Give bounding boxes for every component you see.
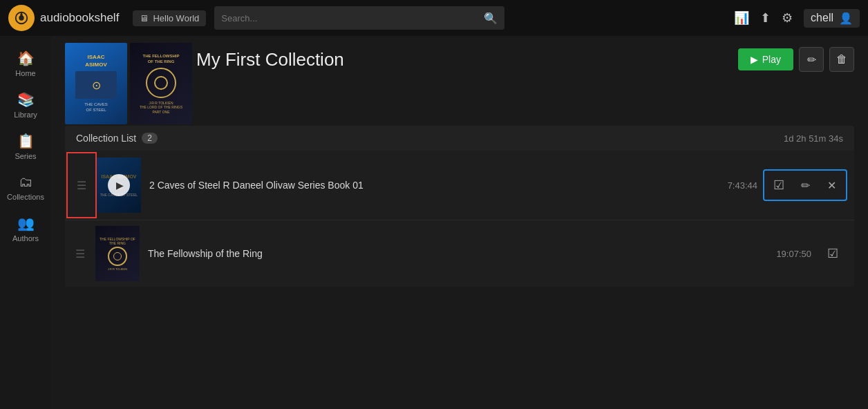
book-duration-1: 7:43:44 [695,180,757,191]
collection-actions: ▶ Play ✏ 🗑 [738,47,854,72]
edit-button[interactable]: ✏ [799,47,824,72]
play-icon: ▶ [751,54,758,65]
table-row: ☰ ISAAC ASIMOV ⊙ THE CAVES OF STEEL ▶ [65,151,854,220]
book-cover-asimov: ISAAC ASIMOV ⊙ THE CAVESOF STEEL [65,43,127,124]
book-title-1: 2 Caves of Steel R Daneel Olivaw Series … [149,180,364,191]
search-icon: 🔍 [484,12,498,25]
topbar: audiobookshelf 🖥 Hello World 🔍 📊 ⬆ ⚙ che… [0,0,868,36]
logo-icon [8,5,35,31]
series-icon: 📋 [17,133,35,149]
content-area: ISAAC ASIMOV ⊙ THE CAVESOF STEEL THE FEL… [51,36,868,409]
sidebar-label-authors: Authors [12,234,39,242]
user-icon: 👤 [839,12,853,25]
cl-title-area: Collection List 2 [76,133,158,144]
drag-handle-2[interactable]: ☰ [65,220,95,287]
sidebar: 🏠 Home 📚 Library 📋 Series 🗂 Collections … [0,36,51,409]
book-row-actions-1: ☑ ✏ ✕ [763,169,847,201]
cl-total-duration: 1d 2h 51m 34s [784,133,843,144]
sidebar-item-home[interactable]: 🏠 Home [0,43,51,84]
topbar-right: 📊 ⬆ ⚙ chell 👤 [734,9,860,28]
library-icon: 📚 [17,91,35,108]
menu-icon-2: ☰ [75,247,85,260]
book-thumb-1[interactable]: ISAAC ASIMOV ⊙ THE CAVES OF STEEL ▶ [97,158,141,213]
delete-button[interactable]: 🗑 [829,47,854,72]
book-duration-2: 19:07:50 [749,249,811,259]
book-cover-tolkien: THE FELLOWSHIPOF THE RING J·R·R TOLKIENT… [130,43,192,124]
stats-button[interactable]: 📊 [734,10,749,26]
remove-book-button-1[interactable]: ✕ [818,172,845,198]
sidebar-label-series: Series [15,152,36,160]
home-icon: 🏠 [17,50,35,66]
collection-body: Collection List 2 1d 2h 51m 34s ☰ ISAAC … [51,126,868,409]
settings-button[interactable]: ⚙ [782,10,793,26]
close-icon-1: ✕ [827,179,836,192]
sidebar-item-series[interactable]: 📋 Series [0,126,51,167]
cl-label: Collection List [76,133,136,144]
sidebar-label-collections: Collections [7,193,44,201]
play-overlay-1[interactable]: ▶ [97,158,141,213]
library-selector[interactable]: 🖥 Hello World [133,10,206,26]
sidebar-item-authors[interactable]: 👥 Authors [0,208,51,249]
edit-icon-1: ✏ [801,179,810,192]
sidebar-label-library: Library [14,111,37,119]
main-layout: 🏠 Home 📚 Library 📋 Series 🗂 Collections … [0,36,868,409]
collections-icon: 🗂 [19,174,32,190]
collection-list-header: Collection List 2 1d 2h 51m 34s [65,126,854,151]
cl-count-badge: 2 [142,133,158,144]
menu-icon-1: ☰ [77,179,86,192]
logo-area[interactable]: audiobookshelf [8,5,119,31]
book-row-actions-2: ☑ [820,240,846,267]
table-row: ☰ THE FELLOWSHIP OF THE RING J·R·R TOLKI… [65,220,854,287]
collection-title: My First Collection [196,49,344,70]
search-bar[interactable]: 🔍 [214,6,504,30]
sidebar-label-home: Home [15,69,35,77]
user-menu[interactable]: chell 👤 [804,9,860,28]
play-button[interactable]: ▶ Play [738,48,793,70]
sidebar-item-library[interactable]: 📚 Library [0,84,51,126]
book-title-2: The Fellowship of the Ring [148,248,263,259]
authors-icon: 👥 [17,215,35,231]
upload-button[interactable]: ⬆ [760,10,771,26]
check-icon-2: ☑ [827,246,838,261]
sidebar-item-collections[interactable]: 🗂 Collections [0,167,51,208]
user-name: chell [811,12,833,24]
book-info-2: The Fellowship of the Ring [140,247,749,260]
mark-read-button-1[interactable]: ☑ [766,172,792,198]
mark-read-button-2[interactable]: ☑ [820,240,846,267]
app-name: audiobookshelf [40,11,119,25]
library-icon: 🖥 [140,13,149,23]
book-thumb-2[interactable]: THE FELLOWSHIP OF THE RING J·R·R TOLKIEN [95,226,140,281]
drag-handle-1[interactable]: ☰ [66,152,97,218]
library-name: Hello World [153,13,199,23]
check-icon-1: ☑ [773,178,784,193]
edit-book-button-1[interactable]: ✏ [792,172,818,198]
play-circle-1: ▶ [108,174,130,196]
book-info-1: 2 Caves of Steel R Daneel Olivaw Series … [141,179,695,191]
search-input[interactable] [221,13,478,23]
